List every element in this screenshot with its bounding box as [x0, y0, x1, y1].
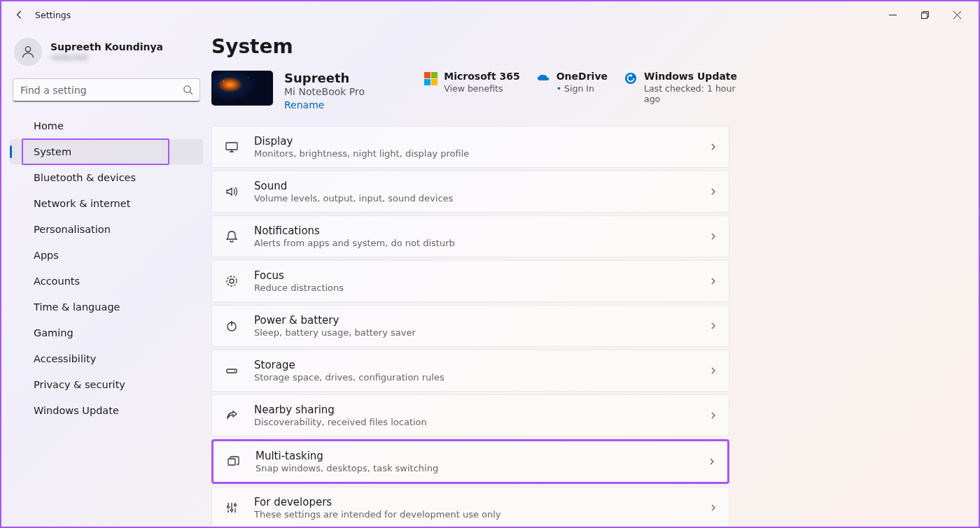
- display-icon: [223, 138, 240, 155]
- svg-point-1: [25, 47, 30, 52]
- hero-row: Supreeth Mi NoteBook Pro Rename Microsof…: [211, 71, 729, 110]
- profile-name: Supreeth Koundinya: [50, 41, 163, 52]
- nav-item-windows-update[interactable]: Windows Update: [10, 398, 203, 423]
- multi-icon: [225, 453, 241, 470]
- card-title: Sound: [254, 180, 709, 192]
- nav-item-apps[interactable]: Apps: [10, 243, 203, 268]
- nav-item-bluetooth-devices[interactable]: Bluetooth & devices: [10, 165, 203, 190]
- search-input[interactable]: [13, 78, 200, 102]
- device-model: Mi NoteBook Pro: [284, 86, 413, 97]
- card-power-battery[interactable]: Power & batterySleep, battery usage, bat…: [211, 305, 729, 347]
- chevron-right-icon: [709, 322, 718, 330]
- card-desc: These settings are intended for developm…: [254, 509, 709, 520]
- content-area: System Supreeth Mi NoteBook Pro Rename M…: [211, 28, 979, 527]
- hero-tiles: Microsoft 365 View benefits OneDrive Sig…: [424, 71, 729, 104]
- card-for-developers[interactable]: For developersThese settings are intende…: [211, 487, 729, 527]
- chevron-right-icon: [709, 277, 718, 285]
- nav-item-label: Accounts: [34, 276, 80, 287]
- nav-item-home[interactable]: Home: [10, 113, 203, 138]
- card-text: Multi-taskingSnap windows, desktops, tas…: [255, 450, 708, 473]
- svg-rect-8: [227, 369, 237, 373]
- nav-item-label: Apps: [34, 250, 59, 261]
- tile-microsoft-365[interactable]: Microsoft 365 View benefits: [424, 71, 519, 94]
- avatar: [14, 38, 42, 66]
- card-notifications[interactable]: NotificationsAlerts from apps and system…: [211, 215, 729, 257]
- back-button[interactable]: [7, 2, 32, 27]
- sidebar: Supreeth Koundinya redacted HomeSystemBl…: [1, 28, 211, 527]
- share-icon: [223, 407, 240, 424]
- card-title: Storage: [254, 359, 709, 371]
- card-storage[interactable]: StorageStorage space, drives, configurat…: [211, 350, 729, 392]
- tile-windows-update[interactable]: Windows Update Last checked: 1 hour ago: [624, 71, 729, 104]
- power-icon: [223, 317, 240, 334]
- card-desc: Monitors, brightness, night light, displ…: [254, 148, 709, 159]
- card-desc: Discoverability, received files location: [254, 417, 709, 427]
- nav-item-time-language[interactable]: Time & language: [10, 294, 203, 320]
- maximize-button[interactable]: [909, 3, 941, 26]
- titlebar: Settings: [1, 1, 979, 28]
- nav-item-personalisation[interactable]: Personalisation: [10, 217, 203, 242]
- nav-item-label: Personalisation: [34, 224, 111, 235]
- nav-item-label: Bluetooth & devices: [34, 172, 136, 183]
- svg-point-6: [230, 279, 234, 283]
- card-sound[interactable]: SoundVolume levels, output, input, sound…: [211, 171, 729, 213]
- nav-item-label: System: [34, 146, 71, 157]
- nav-list: HomeSystemBluetooth & devicesNetwork & i…: [10, 113, 203, 423]
- chevron-right-icon: [709, 232, 718, 241]
- chevron-right-icon: [709, 504, 718, 512]
- chevron-right-icon: [709, 366, 718, 375]
- nav-item-system[interactable]: System: [10, 139, 203, 164]
- card-text: SoundVolume levels, output, input, sound…: [254, 180, 709, 204]
- tile-onedrive[interactable]: OneDrive Sign In: [537, 71, 608, 94]
- chevron-right-icon: [708, 457, 716, 466]
- windows-update-icon: [624, 72, 637, 85]
- nav-item-label: Privacy & security: [34, 379, 125, 390]
- card-title: Notifications: [254, 224, 709, 237]
- bell-icon: [223, 228, 240, 245]
- rename-link[interactable]: Rename: [284, 99, 413, 110]
- card-desc: Sleep, battery usage, battery saver: [254, 327, 709, 338]
- tile-title: Windows Update: [644, 71, 737, 82]
- chevron-right-icon: [709, 143, 718, 151]
- svg-rect-10: [228, 459, 235, 465]
- svg-rect-4: [226, 143, 237, 150]
- arrow-left-icon: [15, 10, 24, 20]
- person-icon: [20, 44, 36, 59]
- card-title: Focus: [254, 269, 709, 282]
- close-button[interactable]: [941, 3, 973, 26]
- card-title: Multi-tasking: [255, 450, 708, 462]
- app-title: Settings: [35, 10, 71, 20]
- card-desc: Volume levels, output, input, sound devi…: [254, 193, 709, 204]
- nav-item-accounts[interactable]: Accounts: [10, 269, 203, 294]
- card-desc: Snap windows, desktops, task switching: [255, 463, 708, 473]
- device-name: Supreeth: [284, 71, 413, 85]
- close-icon: [953, 11, 961, 19]
- storage-icon: [223, 362, 240, 379]
- minimize-button[interactable]: [876, 3, 909, 26]
- nav-item-label: Windows Update: [34, 405, 119, 416]
- nav-item-label: Home: [34, 120, 64, 131]
- nav-item-privacy-security[interactable]: Privacy & security: [10, 372, 203, 397]
- card-focus[interactable]: FocusReduce distractions: [211, 260, 729, 302]
- microsoft-365-icon: [424, 72, 437, 85]
- card-multi-tasking[interactable]: Multi-taskingSnap windows, desktops, tas…: [211, 439, 729, 484]
- chevron-right-icon: [709, 187, 718, 196]
- card-text: StorageStorage space, drives, configurat…: [254, 359, 709, 383]
- nav-item-accessibility[interactable]: Accessibility: [10, 346, 203, 371]
- svg-rect-0: [921, 13, 927, 18]
- device-info: Supreeth Mi NoteBook Pro Rename: [284, 71, 413, 110]
- maximize-icon: [921, 11, 929, 19]
- svg-point-2: [184, 86, 190, 92]
- svg-point-9: [234, 371, 235, 372]
- card-nearby-sharing[interactable]: Nearby sharingDiscoverability, received …: [211, 394, 729, 436]
- card-text: Nearby sharingDiscoverability, received …: [254, 404, 709, 427]
- card-desc: Storage space, drives, configuration rul…: [254, 372, 709, 383]
- card-text: For developersThese settings are intende…: [254, 496, 709, 520]
- settings-card-list: DisplayMonitors, brightness, night light…: [211, 126, 729, 527]
- nav-item-gaming[interactable]: Gaming: [10, 320, 203, 345]
- search-wrap: [13, 78, 200, 102]
- nav-item-network-internet[interactable]: Network & internet: [10, 191, 203, 216]
- dev-icon: [223, 499, 240, 516]
- profile-block[interactable]: Supreeth Koundinya redacted: [10, 35, 203, 74]
- card-display[interactable]: DisplayMonitors, brightness, night light…: [211, 126, 729, 168]
